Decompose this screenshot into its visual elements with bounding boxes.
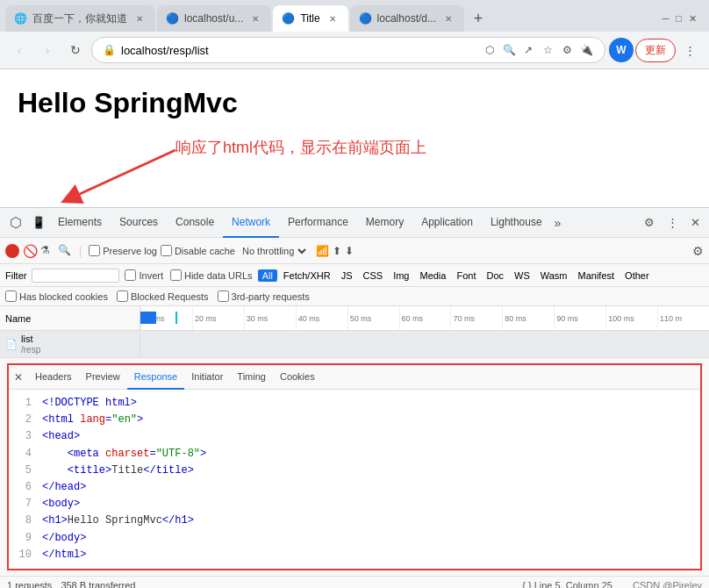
code-line-5: 5 <title>Title</title> xyxy=(18,463,691,479)
ms-30: 30 ms xyxy=(244,306,296,330)
devtools-settings-icon[interactable]: ⚙ xyxy=(639,212,660,233)
share-icon[interactable]: ↗ xyxy=(520,42,536,58)
network-progress-bar xyxy=(140,312,156,324)
bookmark-icon[interactable]: ☆ xyxy=(540,42,555,58)
blocked-requests-checkbox[interactable]: Blocked Requests xyxy=(117,290,209,302)
browser-chrome: 🌐 百度一下，你就知道 ✕ 🔵 localhost/u... ✕ 🔵 Title… xyxy=(0,0,709,69)
back-button[interactable]: ‹ xyxy=(7,38,32,62)
response-tab-headers[interactable]: Headers xyxy=(28,365,79,390)
third-party-checkbox[interactable]: 3rd-party requests xyxy=(218,290,310,302)
devtools-inspect-button[interactable]: ⬡ xyxy=(4,211,28,235)
wifi-icon: 📶 xyxy=(316,245,329,257)
tab-4-close[interactable]: ✕ xyxy=(441,11,455,25)
filter-manifest[interactable]: Manifest xyxy=(574,269,619,282)
profile-avatar[interactable]: W xyxy=(609,38,634,62)
network-marker xyxy=(175,312,177,324)
record-button[interactable] xyxy=(5,244,19,258)
blocked-cookies-checkbox[interactable]: Has blocked cookies xyxy=(5,290,108,302)
ms-100: 100 ms xyxy=(605,306,657,330)
ms-70: 70 ms xyxy=(450,306,502,330)
filter-ws[interactable]: WS xyxy=(510,269,534,282)
disable-cache-checkbox[interactable]: Disable cache xyxy=(161,245,235,256)
tab-4[interactable]: 🔵 localhost/d... ✕ xyxy=(350,5,464,32)
page-content: Hello SpringMvc xyxy=(0,69,709,137)
request-name-cell[interactable]: 📄 list/resp xyxy=(0,331,140,357)
window-controls: ─ □ ✕ xyxy=(662,13,704,25)
devtools-panel: ⬡ 📱 Elements Sources Console Network Per… xyxy=(0,207,709,588)
filter-js[interactable]: JS xyxy=(337,269,357,282)
more-tabs-button[interactable]: » xyxy=(555,216,562,230)
tab-1[interactable]: 🌐 百度一下，你就知道 ✕ xyxy=(5,5,155,32)
response-tab-response[interactable]: Response xyxy=(127,365,185,390)
filter-checkboxes: Invert Hide data URLs xyxy=(125,269,252,281)
network-settings-icon[interactable]: ⚙ xyxy=(692,244,704,258)
devtools-device-button[interactable]: 📱 xyxy=(28,212,49,233)
ms-60: 60 ms xyxy=(399,306,451,330)
filter-other[interactable]: Other xyxy=(620,269,654,282)
url-text: localhost/resp/list xyxy=(121,44,476,57)
tab-performance[interactable]: Performance xyxy=(279,208,357,238)
upload-icon: ⬆ xyxy=(333,245,341,257)
preserve-log-checkbox[interactable]: Preserve log xyxy=(89,245,157,256)
refresh-button[interactable]: ↻ xyxy=(63,38,88,62)
tab-2-close[interactable]: ✕ xyxy=(248,11,262,25)
url-bar[interactable]: 🔒 localhost/resp/list ⬡ 🔍 ↗ ☆ ⚙ 🔌 xyxy=(91,37,605,63)
svg-line-1 xyxy=(70,150,175,198)
status-bar: 1 requests 358 B transferred { } Line 5,… xyxy=(0,576,709,588)
tab-2[interactable]: 🔵 localhost/u... ✕ xyxy=(157,5,271,32)
tab-console[interactable]: Console xyxy=(167,208,223,238)
extension-icon[interactable]: 🔌 xyxy=(578,42,594,58)
tab-sources[interactable]: Sources xyxy=(111,208,167,238)
search-icon[interactable]: 🔍 xyxy=(501,42,517,58)
forward-button[interactable]: › xyxy=(35,38,60,62)
ms-80: 80 ms xyxy=(502,306,554,330)
request-name: list/resp xyxy=(21,333,40,355)
response-close-button[interactable]: ✕ xyxy=(14,371,23,384)
tab-network[interactable]: Network xyxy=(223,208,279,238)
tab-memory[interactable]: Memory xyxy=(357,208,412,238)
settings-icon[interactable]: ⚙ xyxy=(559,42,575,58)
filter-css[interactable]: CSS xyxy=(359,269,388,282)
url-actions: ⬡ 🔍 ↗ ☆ ⚙ 🔌 xyxy=(482,42,594,58)
filter-icon[interactable]: ⚗ xyxy=(40,244,54,258)
tab-application[interactable]: Application xyxy=(412,208,482,238)
filter-font[interactable]: Font xyxy=(452,269,480,282)
devtools-more-actions: ⚙ ⋮ ✕ xyxy=(639,212,705,233)
response-tab-preview[interactable]: Preview xyxy=(79,365,127,390)
tab-3-close[interactable]: ✕ xyxy=(326,11,340,25)
tab-elements[interactable]: Elements xyxy=(49,208,111,238)
tab-lighthouse[interactable]: Lighthouse xyxy=(482,208,551,238)
tab-bar: 🌐 百度一下，你就知道 ✕ 🔵 localhost/u... ✕ 🔵 Title… xyxy=(0,0,709,32)
response-tabs: ✕ Headers Preview Response Initiator Tim… xyxy=(9,365,700,390)
filter-input[interactable] xyxy=(32,269,119,283)
filter-wasm[interactable]: Wasm xyxy=(536,269,572,282)
code-line-1: 1 <!DOCTYPE html> xyxy=(18,395,691,412)
filter-media[interactable]: Media xyxy=(415,269,450,282)
hide-data-urls-checkbox[interactable]: Hide data URLs xyxy=(170,269,253,281)
filter-img[interactable]: Img xyxy=(389,269,413,282)
response-tab-timing[interactable]: Timing xyxy=(230,365,273,390)
file-icon: 📄 xyxy=(5,339,18,350)
response-tab-cookies[interactable]: Cookies xyxy=(273,365,322,390)
clear-button[interactable]: 🚫 xyxy=(23,244,37,258)
ms-110: 110 m xyxy=(657,306,709,330)
tab-1-close[interactable]: ✕ xyxy=(132,11,147,25)
code-line-4: 4 <meta charset="UTF-8"> xyxy=(18,446,691,463)
devtools-close-icon[interactable]: ✕ xyxy=(684,212,705,233)
throttle-select[interactable]: No throttling xyxy=(239,245,309,257)
update-button[interactable]: 更新 xyxy=(635,39,676,62)
devtools-more-icon[interactable]: ⋮ xyxy=(662,212,683,233)
filter-doc[interactable]: Doc xyxy=(482,269,508,282)
filter-all[interactable]: All xyxy=(258,269,277,282)
code-line-6: 6 </head> xyxy=(18,479,691,496)
cast-icon[interactable]: ⬡ xyxy=(482,42,498,58)
more-options-button[interactable]: ⋮ xyxy=(677,38,702,62)
search-network-icon[interactable]: 🔍 xyxy=(58,244,72,258)
filter-fetch-xhr[interactable]: Fetch/XHR xyxy=(279,269,335,282)
new-tab-button[interactable]: + xyxy=(466,6,491,31)
invert-checkbox[interactable]: Invert xyxy=(125,269,163,281)
response-tab-initiator[interactable]: Initiator xyxy=(184,365,230,390)
tab-3[interactable]: 🔵 Title ✕ xyxy=(273,5,347,32)
code-line-10: 10 </html> xyxy=(18,547,691,563)
page-title: Hello SpringMvc xyxy=(18,87,691,119)
